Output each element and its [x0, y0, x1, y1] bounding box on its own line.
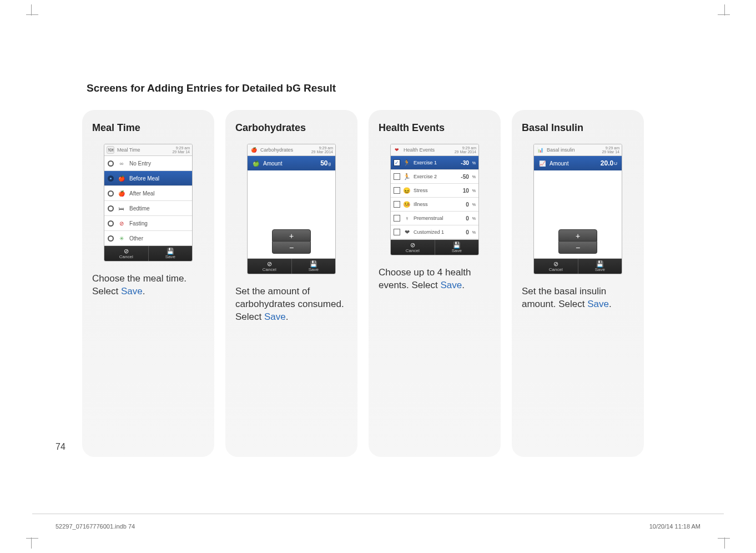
mealtime-icon: 🍽: [107, 146, 114, 154]
event-icon: 🏃: [403, 159, 411, 167]
event-icon: ❤: [403, 228, 411, 236]
option-row[interactable]: ∞No Entry: [104, 156, 192, 171]
event-row[interactable]: 🏃Exercise 2-50%: [391, 170, 478, 184]
cancel-icon: ⊘: [248, 261, 291, 267]
save-button[interactable]: 💾Save: [578, 259, 622, 274]
event-unit: %: [472, 161, 476, 165]
radio-icon: [108, 220, 114, 227]
amount-unit: U: [614, 161, 617, 166]
option-label: No Entry: [129, 160, 151, 167]
phone-footer: ⊘Cancel 💾Save: [534, 258, 622, 274]
caption: Set the amount of carbohydrates consumed…: [235, 285, 347, 324]
amount-value: 20.0: [601, 159, 613, 167]
phone-body: + −: [248, 170, 335, 258]
option-icon: 🍎: [117, 189, 126, 198]
option-row[interactable]: ✳Other: [104, 231, 192, 245]
cancel-button[interactable]: ⊘Cancel: [248, 259, 291, 274]
event-unit: %: [472, 230, 476, 234]
event-icon: 🏃: [403, 173, 411, 180]
phone-header: 🍎 Carbohydrates 9:29 am29 Mar 2014: [248, 144, 335, 156]
checkbox[interactable]: [394, 187, 400, 194]
event-label: Exercise 2: [414, 174, 458, 179]
cancel-button[interactable]: ⊘Cancel: [104, 246, 148, 261]
event-row[interactable]: ❤Customized 10%: [391, 225, 478, 239]
event-label: Customized 1: [414, 229, 463, 235]
footer-file: 52297_07167776001.indb 74: [56, 523, 135, 530]
card-basal: Basal Insulin 📊 Basal insulin 9:29 am29 …: [512, 110, 644, 457]
amount-value: 50: [320, 159, 327, 167]
option-row[interactable]: ⊘Fasting: [104, 216, 192, 231]
event-value: 0: [466, 215, 469, 222]
page-title: Screens for Adding Entries for Detailed …: [87, 82, 336, 94]
card-carbs: Carbohydrates 🍎 Carbohydrates 9:29 am29 …: [225, 110, 357, 457]
option-row[interactable]: 🛏Bedtime: [104, 201, 192, 216]
checkbox[interactable]: [394, 173, 400, 180]
options-list: ∞No Entry🍎Before Meal🍎After Meal🛏Bedtime…: [104, 156, 192, 245]
header-timestamp: 9:29 am29 Mar 2014: [455, 146, 476, 154]
option-row[interactable]: 🍎After Meal: [104, 186, 192, 201]
save-button[interactable]: 💾Save: [291, 259, 336, 274]
cancel-icon: ⊘: [391, 242, 435, 248]
option-label: Other: [129, 235, 143, 242]
header-timestamp: 9:29 am29 Mar 14: [602, 146, 619, 154]
cancel-icon: ⊘: [104, 248, 148, 254]
event-value: -50: [461, 174, 468, 180]
card-title: Health Events: [379, 122, 491, 134]
minus-button[interactable]: −: [272, 242, 311, 254]
event-row[interactable]: ✓🏃Exercise 1-30%: [391, 156, 478, 170]
caption: Choose the meal time. Select Save.: [92, 273, 204, 298]
stepper: + −: [558, 229, 597, 254]
event-value: 10: [463, 188, 469, 194]
save-icon: 💾: [578, 261, 622, 267]
phone-health: ❤ Health Events 9:29 am29 Mar 2014 ✓🏃Exe…: [390, 144, 479, 255]
checkbox[interactable]: ✓: [394, 159, 400, 166]
amount-label: Amount: [263, 160, 320, 167]
cancel-button[interactable]: ⊘Cancel: [534, 259, 578, 274]
amount-label: Amount: [550, 160, 601, 167]
event-icon: 😖: [403, 187, 411, 194]
checkbox[interactable]: [394, 215, 400, 222]
save-icon: 💾: [292, 261, 336, 267]
plus-button[interactable]: +: [558, 229, 597, 242]
save-icon: 💾: [149, 248, 193, 254]
apple-icon: 🍏: [252, 159, 260, 167]
phone-footer: ⊘Cancel 💾Save: [391, 239, 478, 255]
card-title: Meal Time: [92, 122, 204, 134]
checkbox[interactable]: [394, 201, 400, 208]
event-value: -30: [461, 160, 468, 166]
event-value: 0: [466, 202, 469, 208]
event-label: Premenstrual: [414, 215, 463, 221]
save-button[interactable]: 💾Save: [435, 240, 479, 255]
amount-row[interactable]: 🍏 Amount 50 g: [248, 156, 335, 170]
radio-icon: [108, 235, 114, 242]
minus-button[interactable]: −: [558, 242, 597, 254]
phone-header: 📊 Basal insulin 9:29 am29 Mar 14: [534, 144, 622, 156]
cancel-button[interactable]: ⊘Cancel: [391, 240, 435, 255]
option-label: After Meal: [129, 190, 155, 197]
events-list: ✓🏃Exercise 1-30%🏃Exercise 2-50%😖Stress10…: [391, 156, 478, 239]
amount-unit: g: [329, 161, 331, 166]
event-label: Stress: [414, 188, 460, 193]
page-number: 74: [56, 442, 65, 452]
chart-icon: 📈: [538, 159, 546, 167]
save-link: Save: [587, 299, 609, 309]
event-row[interactable]: 😖Stress10%: [391, 184, 478, 198]
heart-icon: ❤: [393, 146, 401, 154]
crop-mark: [31, 4, 42, 16]
save-link: Save: [121, 286, 143, 296]
crop-mark: [714, 4, 725, 16]
phone-mealtime: 🍽 Meal Time 9:29 am29 Mar 14 ∞No Entry🍎B…: [104, 144, 193, 262]
amount-row[interactable]: 📈 Amount 20.0 U: [534, 156, 622, 170]
save-button[interactable]: 💾Save: [148, 246, 193, 261]
header-title: Basal insulin: [547, 147, 602, 153]
radio-icon: [108, 190, 114, 197]
event-icon: 🤒: [403, 200, 411, 208]
event-row[interactable]: 🤒Illness0%: [391, 198, 478, 212]
plus-button[interactable]: +: [272, 229, 311, 242]
option-row[interactable]: 🍎Before Meal: [104, 171, 192, 186]
save-link: Save: [264, 311, 286, 322]
option-label: Bedtime: [129, 205, 150, 212]
doc-footer: 52297_07167776001.indb 74 10/20/14 11:18…: [56, 523, 700, 530]
event-row[interactable]: ♀Premenstrual0%: [391, 212, 478, 225]
checkbox[interactable]: [394, 229, 400, 235]
